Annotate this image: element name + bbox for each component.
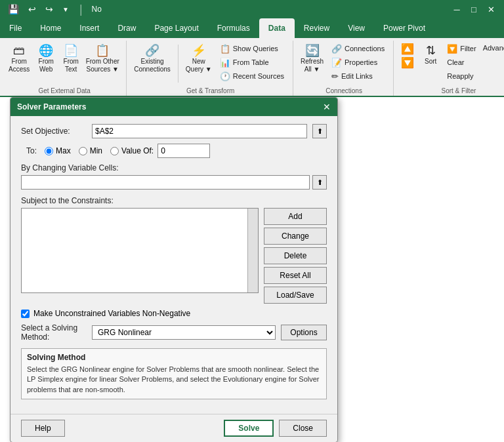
recent-sources-button[interactable]: 🕐 Recent Sources [217,70,287,83]
show-queries-label: Show Queries [233,45,278,52]
properties-icon: 📝 [331,58,342,68]
window-controls: ─ □ ✕ [449,2,499,16]
sort-az-button[interactable]: 🔼 [398,42,417,55]
advanced-button[interactable]: Advanced [481,42,504,54]
help-button[interactable]: Help [21,420,65,437]
from-table-label: From Table [233,58,269,66]
options-button[interactable]: Options [281,325,327,340]
variables-ref-button[interactable]: ⬆ [312,175,327,190]
value-of-radio[interactable] [110,147,119,155]
maximize-button[interactable]: □ [466,2,482,16]
filter-label: Filter [460,45,476,52]
redo-quick-btn[interactable]: ↪ [43,3,56,16]
max-radio[interactable] [45,147,53,155]
connections-button[interactable]: 🔗 Connections [328,42,388,55]
undo-quick-btn[interactable]: ↩ [26,3,39,16]
sort-az-icon: 🔼 [401,43,414,55]
solver-dialog: Solver Parameters ✕ Set Objective: ⬆ To:… [10,97,338,442]
constraints-list[interactable] [21,208,259,293]
from-access-button[interactable]: 🗃 FromAccess [5,42,33,75]
set-objective-input[interactable] [92,124,307,138]
delete-button[interactable]: Delete [264,247,327,264]
filter-icon: 🔽 [447,44,457,54]
from-web-label: FromWeb [39,58,54,73]
tab-page-layout[interactable]: Page Layout [145,18,207,38]
min-label: Min [90,146,102,155]
clear-label: Clear [447,58,464,66]
save-quick-btn[interactable]: 💾 [5,3,22,16]
reapply-button[interactable]: Reapply [444,70,479,83]
close-dialog-button[interactable]: Close [279,420,327,437]
tab-draw[interactable]: Draw [108,18,145,38]
from-web-button[interactable]: 🌐 FromWeb [34,42,58,75]
ribbon-tabs: File Home Insert Draw Page Layout Formul… [0,18,504,38]
unconstrained-checkbox-row: Make Unconstrained Variables Non-Negativ… [21,309,327,318]
min-radio[interactable] [79,147,87,155]
advanced-label: Advanced [483,44,504,52]
value-of-group: Value Of: [110,144,210,158]
value-of-radio-group: Value Of: [110,146,154,155]
recent-sources-icon: 🕐 [220,71,230,81]
minimize-button[interactable]: ─ [449,2,465,16]
tab-formulas[interactable]: Formulas [208,18,259,38]
from-web-icon: 🌐 [39,45,53,56]
properties-button[interactable]: 📝 Properties [328,56,388,69]
from-other-label: From OtherSources ▼ [86,58,119,73]
group-refresh-connections: 🔄 RefreshAll ▼ 🔗 Connections 📝 Propertie… [295,41,394,96]
show-queries-icon: 📋 [220,44,230,54]
properties-label: Properties [345,58,377,66]
from-other-sources-button[interactable]: 📋 From OtherSources ▼ [84,42,121,75]
dialog-close-button[interactable]: ✕ [323,102,331,112]
connections-group-label: Connections [295,87,393,94]
value-of-input[interactable] [158,144,210,158]
footer-right-buttons: Solve Close [224,420,327,437]
dialog-body: Set Objective: ⬆ To: Max Min Value Of: [10,116,337,414]
tab-view[interactable]: View [339,18,374,38]
from-access-label: FromAccess [9,58,30,73]
reapply-label: Reapply [447,72,473,80]
refresh-connections-buttons: 🔄 RefreshAll ▼ 🔗 Connections 📝 Propertie… [297,42,388,94]
connections-label: Connections [345,45,385,52]
tab-data[interactable]: Data [259,18,295,38]
edit-links-label: Edit Links [341,72,373,80]
method-row: Select a SolvingMethod: GRG Nonlinear Si… [21,323,327,342]
solving-method-box: Solving Method Select the GRG Nonlinear … [21,348,327,399]
existing-connections-button[interactable]: 🔗 ExistingConnections [131,42,174,75]
tab-file[interactable]: File [0,18,31,38]
sort-za-button[interactable]: 🔽 [398,56,417,69]
add-button[interactable]: Add [264,208,327,225]
close-button[interactable]: ✕ [483,2,499,16]
tab-insert[interactable]: Insert [70,18,108,38]
tab-power-pivot[interactable]: Power Pivot [374,18,434,38]
from-text-label: FromText [64,58,79,73]
from-text-button[interactable]: 📄 FromText [59,42,83,75]
show-queries-button[interactable]: 📋 Show Queries [217,42,287,55]
change-button[interactable]: Change [264,228,327,245]
group-sort-filter: 🔼 🔽 ⇅ Sort 🔽 Filter Clear [395,41,504,96]
unconstrained-checkbox[interactable] [21,310,30,318]
ribbon-content: 🗃 FromAccess 🌐 FromWeb 📄 FromText 📋 From… [0,38,504,97]
get-transform-stack: 📋 Show Queries 📊 From Table 🕐 Recent Sou… [217,42,287,83]
refresh-icon: 🔄 [305,45,320,56]
solve-button[interactable]: Solve [224,420,274,437]
quick-access-dropdown[interactable]: ▼ [60,5,72,14]
reset-all-button[interactable]: Reset All [264,267,327,284]
sort-filter-label: Sort & Filter [395,87,504,94]
variables-input[interactable] [21,175,310,190]
tab-review[interactable]: Review [295,18,339,38]
variables-row: ⬆ [21,175,327,190]
method-select[interactable]: GRG Nonlinear Simplex LP Evolutionary [92,325,276,340]
from-access-icon: 🗃 [13,45,25,56]
constraint-buttons: Add Change Delete Reset All Load/Save [264,208,327,304]
edit-links-button[interactable]: ✏ Edit Links [328,70,388,83]
new-query-button[interactable]: ⚡ NewQuery ▼ [182,42,215,75]
set-objective-ref-button[interactable]: ⬆ [312,124,327,138]
clear-button[interactable]: Clear [444,56,479,69]
sort-button[interactable]: ⇅ Sort [419,42,442,68]
from-table-button[interactable]: 📊 From Table [217,56,287,69]
tab-home[interactable]: Home [31,18,70,38]
refresh-all-button[interactable]: 🔄 RefreshAll ▼ [297,42,327,75]
filter-button[interactable]: 🔽 Filter [444,42,479,55]
load-save-button[interactable]: Load/Save [264,287,327,304]
constraints-scrollbar[interactable] [247,209,258,292]
